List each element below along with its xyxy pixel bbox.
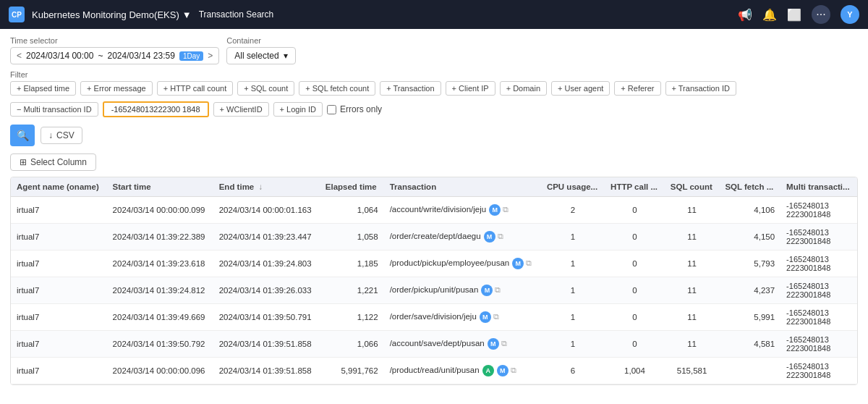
topbar: CP Kubernetes Monitoring Demo(EKS) ▼ Tra… bbox=[0, 0, 868, 29]
col-http-call[interactable]: HTTP call ... bbox=[605, 177, 665, 197]
cell-http-call: 1,004 bbox=[605, 358, 665, 384]
cell-http-call: 0 bbox=[605, 304, 665, 331]
cell-start-time: 2024/03/14 01:39:49.669 bbox=[107, 304, 213, 331]
col-agent-name[interactable]: Agent name (oname) bbox=[11, 177, 107, 197]
filter-wclientid[interactable]: + WClientID bbox=[213, 102, 269, 117]
filter-sql-count[interactable]: + SQL count bbox=[237, 81, 294, 96]
cell-multi-trans: -1652480132223001848 bbox=[780, 224, 857, 251]
cell-sql-fetch: 5,793 bbox=[719, 251, 780, 277]
cell-transaction[interactable]: /order/create/dept/daeguM⧉ bbox=[384, 224, 541, 251]
results-table: Agent name (oname) Start time End time ↓… bbox=[11, 177, 857, 384]
table-row[interactable]: irtual7 2024/03/14 01:39:23.618 2024/03/… bbox=[11, 251, 857, 277]
table-row[interactable]: irtual7 2024/03/14 01:39:50.792 2024/03/… bbox=[11, 331, 857, 358]
filter-transaction-id[interactable]: + Transaction ID bbox=[665, 81, 736, 96]
cell-transaction[interactable]: /account/write/division/jejuM⧉ bbox=[384, 197, 541, 224]
table-row[interactable]: irtual7 2024/03/14 01:39:22.389 2024/03/… bbox=[11, 224, 857, 251]
copy-icon[interactable]: ⧉ bbox=[495, 285, 501, 294]
time-next-arrow[interactable]: > bbox=[208, 51, 213, 61]
table-row[interactable]: irtual7 2024/03/14 00:00:00.096 2024/03/… bbox=[11, 358, 857, 384]
time-badge[interactable]: 1Day bbox=[179, 51, 203, 61]
copy-icon[interactable]: ⧉ bbox=[526, 258, 532, 267]
cell-transaction[interactable]: /product/read/unit/pusanAM⧉ bbox=[384, 358, 541, 384]
col-sql-fetch[interactable]: SQL fetch ... bbox=[719, 177, 780, 197]
col-start-time[interactable]: Start time bbox=[107, 177, 213, 197]
container-value: All selected bbox=[234, 51, 278, 61]
col-end-time[interactable]: End time ↓ bbox=[213, 177, 320, 197]
megaphone-icon[interactable]: 📢 bbox=[738, 8, 752, 22]
col-transaction[interactable]: Transaction bbox=[384, 177, 541, 197]
cell-transaction[interactable]: /account/save/dept/pusanM⧉ bbox=[384, 331, 541, 358]
filter-transaction[interactable]: + Transaction bbox=[380, 81, 441, 96]
cell-transaction[interactable]: /order/save/division/jejuM⧉ bbox=[384, 304, 541, 331]
topbar-project[interactable]: Kubernetes Monitoring Demo(EKS) ▼ bbox=[32, 9, 192, 20]
filter-login-id[interactable]: + Login ID bbox=[273, 102, 323, 117]
cell-http-call: 0 bbox=[605, 224, 665, 251]
table-row[interactable]: irtual7 2024/03/14 01:39:24.812 2024/03/… bbox=[11, 277, 857, 304]
copy-icon[interactable]: ⧉ bbox=[501, 339, 507, 348]
filter-error-message[interactable]: + Error message bbox=[80, 81, 153, 96]
cell-cpu: 1 bbox=[541, 251, 605, 277]
container-select[interactable]: All selected ▾ bbox=[226, 47, 295, 64]
cell-sql-fetch: 4,106 bbox=[719, 197, 780, 224]
cell-sql-count: 11 bbox=[665, 251, 720, 277]
select-column-icon: ⊞ bbox=[20, 157, 27, 167]
time-selector-label: Time selector bbox=[10, 36, 219, 45]
cell-http-call: 0 bbox=[605, 197, 665, 224]
cell-cpu: 2 bbox=[541, 197, 605, 224]
topbar-project-name: Kubernetes Monitoring Demo(EKS) bbox=[32, 9, 179, 20]
cell-multi-trans: -1652480132223001848 bbox=[780, 331, 857, 358]
badge-m: M bbox=[481, 285, 493, 296]
filter-sql-fetch-count[interactable]: + SQL fetch count bbox=[299, 81, 375, 96]
container-arrow: ▾ bbox=[284, 51, 288, 61]
table-row[interactable]: irtual7 2024/03/14 01:39:49.669 2024/03/… bbox=[11, 304, 857, 331]
cell-multi-trans: -1652480132223001848 bbox=[780, 251, 857, 277]
container-label: Container bbox=[226, 36, 295, 45]
errors-only-label[interactable]: Errors only bbox=[327, 104, 382, 114]
copy-icon[interactable]: ⧉ bbox=[503, 205, 509, 214]
topbar-dropdown-arrow[interactable]: ▼ bbox=[182, 9, 192, 20]
bell-icon[interactable]: 🔔 bbox=[762, 8, 777, 22]
multi-transaction-id-value[interactable]: -165248013222300 1848 bbox=[103, 101, 209, 117]
search-button[interactable]: 🔍 bbox=[10, 125, 35, 146]
topbar-icons: 📢 🔔 ⬜ ··· Y bbox=[738, 5, 859, 24]
badge-m: M bbox=[480, 311, 491, 323]
csv-button[interactable]: ↓ CSV bbox=[41, 127, 82, 144]
col-sql-count[interactable]: SQL count bbox=[665, 177, 720, 197]
copy-icon[interactable]: ⧉ bbox=[498, 232, 503, 240]
time-prev-arrow[interactable]: < bbox=[17, 51, 22, 61]
window-icon[interactable]: ⬜ bbox=[787, 8, 801, 22]
select-column-button[interactable]: ⊞ Select Column bbox=[10, 153, 96, 171]
col-cpu-usage[interactable]: CPU usage... bbox=[541, 177, 605, 197]
cell-sql-fetch: 5,991 bbox=[719, 304, 780, 331]
cell-sql-count: 11 bbox=[665, 197, 720, 224]
multi-transaction-id-btn[interactable]: − Multi transaction ID bbox=[10, 102, 98, 117]
time-bar: < 2024/03/14 00:00 ~ 2024/03/14 23:59 1D… bbox=[10, 47, 219, 64]
cell-multi-trans: -1652480132223001848 bbox=[780, 197, 857, 224]
filter-user-agent[interactable]: + User agent bbox=[551, 81, 610, 96]
copy-icon[interactable]: ⧉ bbox=[493, 312, 499, 321]
filter-domain[interactable]: + Domain bbox=[500, 81, 547, 96]
filter-elapsed-time[interactable]: + Elapsed time bbox=[10, 81, 76, 96]
filter-referer[interactable]: + Referer bbox=[614, 81, 660, 96]
cell-elapsed: 1,122 bbox=[320, 304, 384, 331]
multi-transaction-row: − Multi transaction ID -165248013222300 … bbox=[10, 101, 858, 117]
col-multi-trans[interactable]: Multi transacti... bbox=[780, 177, 857, 197]
cell-agent: irtual7 bbox=[11, 224, 107, 251]
cell-end-time: 2024/03/14 01:39:24.803 bbox=[213, 251, 320, 277]
cell-sql-fetch bbox=[719, 358, 780, 384]
more-icon[interactable]: ··· bbox=[812, 5, 830, 24]
cell-elapsed: 1,058 bbox=[320, 224, 384, 251]
errors-only-checkbox[interactable] bbox=[327, 105, 336, 114]
topbar-title: Transaction Search bbox=[199, 9, 274, 20]
cell-transaction[interactable]: /product/pickup/employee/pusanM⧉ bbox=[384, 251, 541, 277]
copy-icon[interactable]: ⧉ bbox=[511, 366, 516, 374]
table-row[interactable]: irtual7 2024/03/14 00:00:00.099 2024/03/… bbox=[11, 197, 857, 224]
filter-client-ip[interactable]: + Client IP bbox=[446, 81, 495, 96]
filter-http-call-count[interactable]: + HTTP call count bbox=[157, 81, 234, 96]
cell-transaction[interactable]: /order/pickup/unit/pusanM⧉ bbox=[384, 277, 541, 304]
cell-start-time: 2024/03/14 01:39:23.618 bbox=[107, 251, 213, 277]
avatar[interactable]: Y bbox=[841, 5, 859, 24]
time-end: 2024/03/14 23:59 bbox=[107, 51, 174, 61]
time-selector-group: Time selector < 2024/03/14 00:00 ~ 2024/… bbox=[10, 36, 219, 64]
col-elapsed-time[interactable]: Elapsed time bbox=[320, 177, 384, 197]
